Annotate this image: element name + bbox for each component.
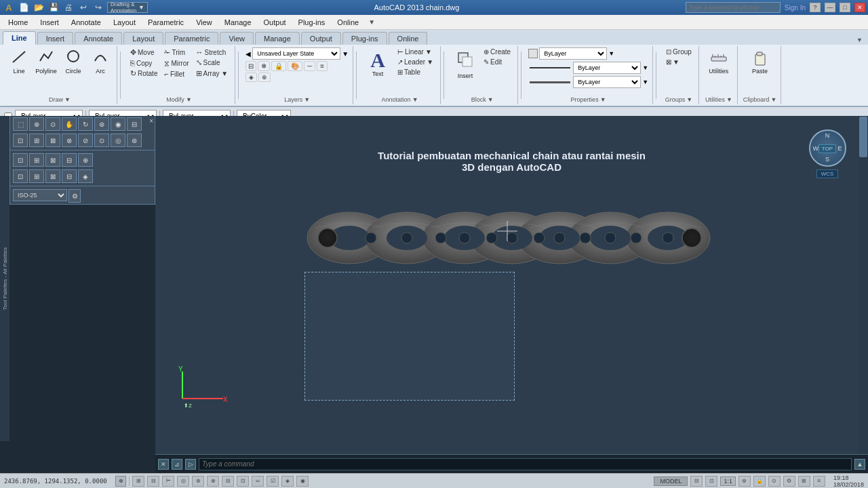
palette-btn-a7[interactable]: ◎ [111, 134, 125, 147]
layer-freeze-button[interactable]: ❄ [258, 61, 270, 71]
utilities-dropdown-icon[interactable]: ▼ [726, 96, 732, 103]
polar-btn[interactable]: ◎ [177, 476, 189, 487]
tab-overflow-icon[interactable]: ▼ [854, 35, 865, 45]
menu-parametric[interactable]: Parametric [142, 17, 189, 28]
palette-btn-a3[interactable]: ⊠ [45, 134, 60, 147]
layer-lock-button[interactable]: 🔒 [271, 61, 286, 71]
palette-btn-c1[interactable]: ⊡ [13, 169, 28, 183]
palette-btn-snap[interactable]: ⊕ [29, 117, 44, 131]
menu-home[interactable]: Home [3, 17, 33, 28]
palette-btn-rotate3d[interactable]: ↻ [78, 117, 93, 131]
palette-btn-c3[interactable]: ⊠ [45, 169, 60, 183]
menu-manage[interactable]: Manage [219, 17, 257, 28]
lock-btn[interactable]: 🔒 [753, 476, 766, 487]
undo-icon[interactable]: ↩ [77, 1, 90, 14]
leader-button[interactable]: ↗ Leader ▼ [395, 58, 436, 66]
isolate-btn[interactable]: ⊙ [768, 476, 781, 487]
ortho-btn[interactable]: ⊢ [162, 476, 174, 487]
palette-btn-a2[interactable]: ⊞ [29, 134, 44, 147]
iso-select[interactable]: ISO-25 [13, 189, 67, 201]
text-button[interactable]: A Text [363, 47, 392, 80]
draw-dropdown-icon[interactable]: ▼ [64, 96, 71, 103]
layer-isolate-button[interactable]: ◈ [245, 73, 257, 82]
cmd-script-btn[interactable]: ▷ [185, 459, 196, 470]
cmd-expand-btn[interactable]: ▲ [854, 459, 865, 470]
print-icon[interactable]: 🖨 [62, 1, 75, 14]
clean-screen-btn[interactable]: ⊞ [798, 476, 810, 487]
linear-button[interactable]: ⊢ Linear ▼ [395, 47, 436, 56]
fillet-button[interactable]: ⌐ Fillet [161, 69, 191, 79]
tab-layout[interactable]: Layout [123, 32, 163, 45]
trim-button[interactable]: ✁ Trim [161, 47, 191, 58]
palette-btn-c2[interactable]: ⊞ [29, 169, 44, 183]
palette-btn-a8[interactable]: ⊛ [127, 134, 142, 147]
minimize-btn[interactable]: — [825, 3, 835, 12]
search-input[interactable] [686, 2, 781, 13]
bylayer-color-select[interactable]: ByLayer [539, 47, 607, 60]
tab-parametric[interactable]: Parametric [165, 32, 218, 45]
palette-btn-a4[interactable]: ⊗ [62, 134, 77, 147]
palette-btn-b1[interactable]: ⊡ [13, 153, 28, 167]
palette-btn-c5[interactable]: ◈ [78, 169, 93, 183]
block-dropdown-icon[interactable]: ▼ [488, 96, 494, 103]
bylayer-lineweight-select[interactable]: ByLayer [573, 76, 641, 88]
palette-btn-select[interactable]: ⬚ [13, 117, 28, 131]
restore-btn[interactable]: □ [840, 3, 850, 12]
bylayer-color-dropdown[interactable]: ▼ [608, 50, 614, 57]
layers-dropdown-icon[interactable]: ▼ [304, 96, 310, 103]
palette-btn-b2[interactable]: ⊞ [29, 153, 44, 167]
tab-view[interactable]: View [220, 32, 254, 45]
anno-scale-display[interactable]: 1:1 [720, 476, 736, 486]
anno-scale-btn[interactable]: ⊡ [705, 476, 717, 487]
tab-home[interactable]: Line [3, 31, 36, 45]
tab-plugins[interactable]: Plug-ins [342, 32, 387, 45]
group-button[interactable]: ⊡ Group [663, 47, 694, 56]
palette-btn-a1[interactable]: ⊡ [13, 134, 28, 147]
redo-icon[interactable]: ↪ [92, 1, 104, 14]
model-space-btn[interactable]: MODEL [654, 476, 688, 486]
mirror-button[interactable]: ⧖ Mirror [161, 58, 191, 68]
sc-btn[interactable]: ◉ [296, 476, 309, 487]
qp-btn[interactable]: ◈ [281, 476, 294, 487]
stretch-button[interactable]: ↔ Stretch [193, 47, 231, 57]
palette-btn-orbit[interactable]: ⊛ [94, 117, 109, 131]
open-icon[interactable]: 📂 [33, 1, 45, 14]
bylayer-lineweight-dropdown[interactable]: ▼ [642, 79, 648, 85]
bylayer-linetype-select[interactable]: ByLayer [573, 62, 641, 74]
measure-button[interactable]: Utilities [705, 47, 733, 77]
paste-button[interactable]: Paste [746, 47, 774, 77]
palette-btn-c4[interactable]: ⊟ [62, 169, 77, 183]
bylayer-linetype-dropdown[interactable]: ▼ [642, 64, 648, 71]
clipboard-dropdown-icon[interactable]: ▼ [770, 96, 776, 103]
menu-annotate[interactable]: Annotate [66, 17, 106, 28]
palette-close-btn[interactable]: × [149, 117, 153, 125]
palette-btn-b4[interactable]: ⊟ [62, 153, 77, 167]
edit-block-button[interactable]: ✎ Edit [481, 58, 513, 66]
menu-view[interactable]: View [191, 17, 218, 28]
customize-btn[interactable]: ≡ [813, 476, 825, 487]
palette-btn-pan[interactable]: ✋ [62, 117, 77, 131]
annotation-dropdown-icon[interactable]: ▼ [412, 96, 418, 103]
new-file-icon[interactable]: 📄 [18, 1, 30, 14]
menu-insert[interactable]: Insert [35, 17, 64, 28]
create-block-button[interactable]: ⊕ Create [481, 47, 513, 56]
layer-match-button[interactable]: ⊕ [258, 73, 271, 82]
sign-in-btn[interactable]: Sign In [785, 4, 806, 12]
scale-button[interactable]: ⤡ Scale [193, 58, 231, 68]
properties-dropdown-icon[interactable]: ▼ [600, 96, 606, 103]
copy-button[interactable]: ⎘ Copy [127, 58, 160, 68]
dynmode-btn[interactable]: ⊡ [237, 476, 249, 487]
menu-extra-icon[interactable]: ▼ [368, 18, 375, 26]
array-button[interactable]: ⊞ Array ▼ [193, 68, 231, 79]
circle-button[interactable]: Circle [61, 47, 85, 76]
layer-lineweight-button[interactable]: ≡ [317, 61, 328, 71]
tab-insert[interactable]: Insert [37, 32, 74, 45]
menu-plugins[interactable]: Plug-ins [293, 17, 331, 28]
coordinate-icon[interactable]: ⊕ [115, 476, 126, 487]
ducs-btn[interactable]: ⊟ [222, 476, 234, 487]
canvas-area[interactable]: Tutorial pembuatan mechanical chain atau… [155, 116, 868, 454]
line-button[interactable]: Line [7, 47, 31, 76]
menu-online[interactable]: Online [332, 17, 364, 28]
ungroup-button[interactable]: ⊠ ▼ [663, 58, 694, 66]
layer-state-select[interactable]: Unsaved Layer State [252, 47, 340, 60]
